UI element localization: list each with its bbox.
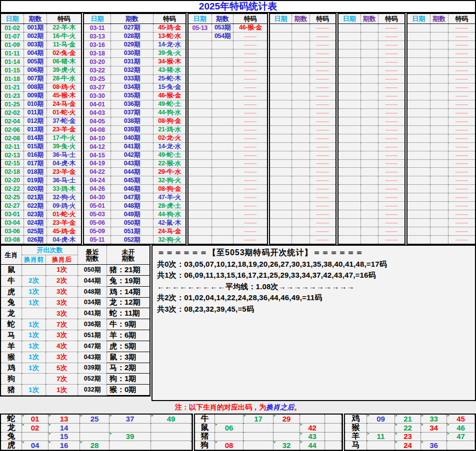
result-row: ——: [188, 159, 267, 168]
result-row: ——: [408, 49, 475, 57]
before-count-cell: 1次: [22, 341, 46, 352]
period-cell: 006期: [24, 66, 46, 74]
col-header-code: 特码: [153, 14, 186, 23]
code-cell: ——: [448, 109, 475, 117]
result-row: ——: [270, 193, 336, 201]
result-row: ——: [270, 24, 336, 32]
date-cell: 03-11: [84, 24, 110, 32]
code-cell: ——: [448, 227, 475, 235]
result-row: ——: [338, 117, 404, 125]
date-cell: 03-20: [84, 58, 110, 66]
code-cell: ——: [378, 160, 404, 168]
result-row: ——: [408, 201, 475, 210]
period-cell: [292, 66, 309, 74]
code-cell: ——: [378, 49, 404, 57]
result-row: ——: [188, 57, 267, 66]
code-cell: ——: [233, 143, 267, 151]
map-number-cell: [475, 441, 476, 450]
code-cell: ——: [378, 41, 404, 49]
date-cell: [338, 143, 360, 151]
result-row: 02-06013期23-羊-金: [1, 125, 81, 134]
result-row: 02-02011期01-蛇-火: [1, 108, 81, 117]
date-cell: 02-20: [1, 176, 24, 184]
period-cell: [212, 92, 234, 100]
note-suffix: 。: [294, 403, 301, 412]
date-cell: [408, 151, 430, 159]
date-cell: [338, 160, 360, 168]
code-cell: ——: [448, 41, 475, 49]
period-cell: [212, 117, 234, 125]
code-cell: 39-兔-火: [46, 143, 81, 151]
period-cell: [360, 176, 378, 184]
map-number-cell: 24: [395, 441, 421, 450]
date-cell: [338, 210, 360, 218]
before-count-cell: 2次: [22, 276, 46, 287]
result-row: 01-25010期24-马-金: [1, 100, 81, 108]
recent-period-cell: 048期: [78, 287, 107, 298]
period-cell: 027期: [110, 24, 153, 32]
date-cell: [188, 32, 212, 40]
map-number-cell: 02: [22, 424, 48, 433]
period-cell: [360, 49, 378, 57]
period-cell: 049期: [110, 210, 153, 218]
recent-period-cell: 032期: [78, 385, 107, 396]
result-row: ——: [338, 134, 404, 142]
result-row: ——: [408, 151, 475, 159]
before-count-cell: [22, 308, 46, 319]
code-cell: ——: [310, 236, 336, 244]
map-number-cell: [151, 424, 192, 433]
period-cell: [430, 160, 448, 168]
before-count-cell: [22, 265, 46, 276]
code-cell: ——: [310, 151, 336, 159]
code-cell: ——: [233, 193, 267, 201]
code-cell: ——: [310, 202, 336, 210]
special-code-stats-page: 2025年特码统计表 日期期数特码01-02001期22-羊-木01-07002…: [0, 0, 476, 451]
period-cell: 048期: [110, 202, 153, 210]
result-row: ——: [270, 210, 336, 218]
map-number-cell: 16: [48, 441, 80, 450]
result-row: ——: [338, 125, 404, 134]
code-cell: ——: [310, 92, 336, 100]
period-cell: [360, 151, 378, 159]
code-cell: ——: [310, 109, 336, 117]
date-cell: 05-09: [84, 227, 110, 235]
col-header-period: 期数: [110, 14, 153, 23]
date-cell: 04-19: [84, 160, 110, 168]
date-cell: 04-03: [84, 109, 110, 117]
result-row: ——: [408, 184, 475, 193]
date-cell: [338, 109, 360, 117]
col-header-date: 日期: [270, 14, 292, 23]
date-cell: [338, 227, 360, 235]
code-cell: 28-牛-水: [46, 75, 81, 83]
result-row: ——: [408, 210, 475, 218]
after-count-cell: 1次: [46, 265, 78, 276]
map-number-cell: 32: [274, 441, 300, 450]
date-cell: [188, 151, 212, 159]
date-cell: [338, 193, 360, 201]
date-cell: [338, 185, 360, 193]
result-row: 05-09051期24-马-金: [84, 227, 186, 235]
code-cell: ——: [233, 219, 267, 227]
code-cell: ——: [310, 176, 336, 184]
date-cell: [408, 126, 430, 134]
zodiac-name-cell: 兔: [1, 298, 22, 309]
code-cell: ——: [448, 134, 475, 142]
map-zodiac-cell: 狗: [195, 441, 215, 450]
result-row: ——: [270, 100, 336, 108]
result-row: ——: [408, 24, 475, 32]
period-cell: 023期: [24, 210, 46, 218]
result-row: ——: [338, 100, 404, 108]
result-row: ——: [408, 227, 475, 235]
date-cell: 01-11: [1, 49, 24, 57]
date-cell: [270, 100, 292, 108]
code-cell: ——: [378, 151, 404, 159]
period-cell: 032期: [110, 66, 153, 74]
date-cell: 02-11: [1, 143, 24, 151]
after-count-cell: 2次: [46, 276, 78, 287]
map-number-cell: 36: [421, 441, 447, 450]
not-open-cell: 龙：12期: [107, 298, 150, 309]
date-cell: [338, 126, 360, 134]
not-open-cell: 狗：1期: [107, 374, 150, 385]
result-row: ——: [188, 176, 267, 184]
results-group-5: 日期期数特码——————————————————————————————————…: [338, 13, 406, 245]
